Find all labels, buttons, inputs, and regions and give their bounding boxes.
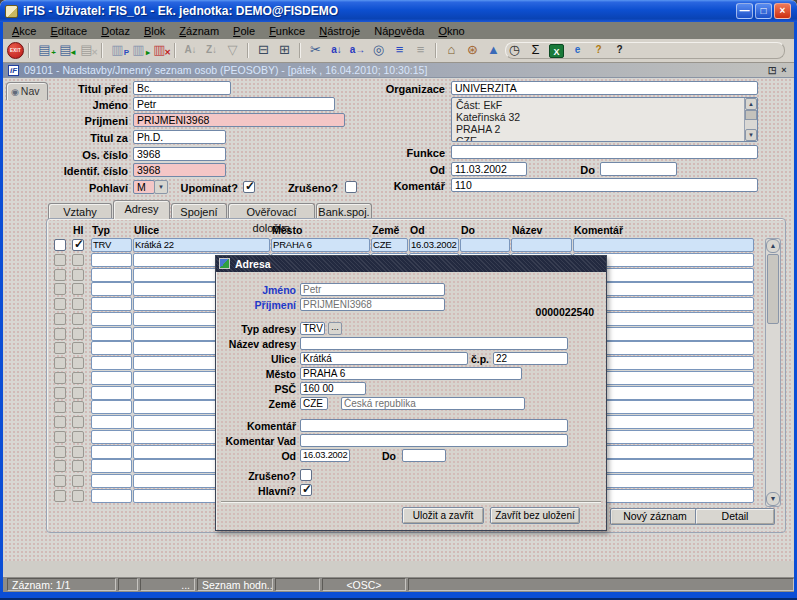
- os-cislo-field[interactable]: 3968: [133, 147, 226, 161]
- editor-icon[interactable]: ◎: [369, 42, 388, 59]
- table-scroll-up-button[interactable]: ▲: [766, 239, 780, 253]
- tab-spojeni[interactable]: Spojení: [171, 203, 227, 219]
- close-without-save-button[interactable]: Zavřít bez uložení: [490, 507, 580, 524]
- clear-block-icon[interactable]: ▥✕: [150, 42, 169, 59]
- sort-descending-icon: Z↓: [202, 42, 221, 59]
- cell-do[interactable]: [460, 238, 510, 252]
- funkce-label: Funkce: [325, 147, 445, 159]
- column-header-typ: Typ: [92, 224, 110, 236]
- titul-za-field[interactable]: Ph.D.: [133, 130, 226, 144]
- menu-akce[interactable]: Akce: [5, 24, 43, 38]
- cell-typ[interactable]: TRV: [91, 238, 132, 252]
- save-close-button[interactable]: Uložit a zavřít: [402, 507, 484, 524]
- next-block-icon[interactable]: ▥▸: [129, 42, 148, 59]
- dialog-zruseno-label: Zrušeno?: [216, 470, 296, 482]
- save-record-icon[interactable]: ▤◄: [56, 42, 75, 59]
- window-border-bottom: [0, 592, 797, 600]
- minimize-button[interactable]: —: [736, 3, 753, 19]
- column-header-hl: Hl: [73, 224, 84, 236]
- row-hl-checkbox[interactable]: [72, 239, 84, 251]
- mdi-restore-button[interactable]: ◳: [766, 64, 778, 76]
- tab-vztahy[interactable]: Vztahy: [48, 203, 112, 219]
- toolbar: EXIT▤+▤◄▤✕▥P▥▸▥✕A↓Z↓▽⊟⊞✂a↓a→◎≡≡⌂⊛▲◷ΣXe??: [3, 39, 794, 63]
- organization-address[interactable]: Část: EkFKateřinská 32PRAHA 2CZE ▲ ▼: [451, 97, 758, 142]
- prijmeni-field[interactable]: PRIJMENI3968: [133, 113, 345, 127]
- menu-pole[interactable]: Pole: [226, 24, 262, 38]
- copy-value-icon[interactable]: a↓: [327, 42, 346, 59]
- menu-blok[interactable]: Blok: [137, 24, 172, 38]
- row-select-checkbox: [54, 269, 66, 281]
- row-hl-checkbox: [72, 490, 84, 502]
- row-hl-checkbox: [72, 298, 84, 310]
- print-icon[interactable]: ⊟: [254, 42, 273, 59]
- cell-od[interactable]: 16.03.2002: [409, 238, 459, 252]
- titul-za-label: Titul za: [8, 132, 128, 144]
- novy-zaznam-button[interactable]: Nový záznam: [610, 508, 700, 525]
- menu-funkce[interactable]: Funkce: [262, 24, 312, 38]
- dialog-do-field[interactable]: [402, 449, 446, 462]
- address-scrollbar-thumb[interactable]: [745, 110, 757, 120]
- zeme-code-field[interactable]: CZE: [300, 397, 328, 410]
- mdi-close-button[interactable]: ×: [778, 64, 790, 76]
- table-scroll-down-button[interactable]: ▼: [766, 492, 780, 506]
- nazev-adresy-label: Název adresy: [216, 338, 296, 350]
- tab-overovaci-dolozka[interactable]: Ověřovací doložka: [228, 203, 315, 219]
- status-segment-2: ...: [140, 578, 195, 591]
- typ-adresy-lov-button[interactable]: ...: [328, 322, 342, 335]
- cell-ulice[interactable]: Krátká 22: [133, 238, 270, 252]
- titul-pred-field[interactable]: Bc.: [133, 81, 231, 95]
- menu-okno[interactable]: Okno: [431, 24, 471, 38]
- menu-editace[interactable]: Editace: [43, 24, 94, 38]
- dialog-mesto-field[interactable]: PRAHA 6: [300, 367, 522, 380]
- dialog-od-field[interactable]: 16.03.2002: [300, 449, 350, 462]
- menu-zaznam[interactable]: Záznam: [172, 24, 226, 38]
- cell-zeme[interactable]: CZE: [371, 238, 408, 252]
- do-label: Do: [475, 164, 595, 176]
- dialog-zruseno-checkbox[interactable]: [300, 469, 312, 481]
- previous-block-icon[interactable]: ▥P: [108, 42, 127, 59]
- mdi-title: 09101 - Nadstavby/Jmenný seznam osob (PE…: [24, 64, 427, 76]
- dialog-ulice-field[interactable]: Krátká: [300, 352, 468, 365]
- menu-dotaz[interactable]: Dotaz: [94, 24, 137, 38]
- komentar-field[interactable]: 110: [451, 178, 758, 192]
- dialog-titlebar[interactable]: Adresa: [216, 256, 606, 272]
- table-scrollbar-thumb[interactable]: [767, 254, 779, 324]
- wheel-icon[interactable]: ⊛: [463, 42, 482, 59]
- cell-mesto[interactable]: PRAHA 6: [271, 238, 370, 252]
- detail-button[interactable]: Detail: [695, 508, 775, 525]
- psc-field[interactable]: 160 00: [300, 382, 366, 395]
- cell-komentar[interactable]: [573, 238, 754, 252]
- menu-nastroje[interactable]: Nástroje: [312, 24, 367, 38]
- close-button[interactable]: ×: [774, 3, 791, 19]
- identif-cislo-field[interactable]: 3968: [133, 163, 226, 177]
- nazev-adresy-field[interactable]: [300, 337, 568, 350]
- address-scroll-up-button[interactable]: ▲: [745, 98, 757, 110]
- jmeno-field[interactable]: Petr: [133, 97, 335, 111]
- status-segment-3: Seznam hodn...: [197, 578, 273, 591]
- maximize-button[interactable]: □: [755, 3, 772, 19]
- address-scroll-down-button[interactable]: ▼: [745, 129, 757, 141]
- exit-icon[interactable]: EXIT: [7, 42, 24, 59]
- do-field[interactable]: [600, 162, 677, 176]
- dialog-komentar-field[interactable]: [300, 419, 568, 432]
- cell-nazev[interactable]: [511, 238, 572, 252]
- organizace-field[interactable]: UNIVERZITA: [451, 81, 758, 95]
- row-select-checkbox: [54, 313, 66, 325]
- list-of-values-icon[interactable]: ≡: [390, 42, 409, 59]
- tab-adresy[interactable]: Adresy: [113, 200, 170, 219]
- hlavni-checkbox[interactable]: [300, 484, 312, 496]
- print-preview-icon[interactable]: ⊞: [275, 42, 294, 59]
- funkce-field[interactable]: [451, 145, 758, 159]
- komentar-vad-field[interactable]: [300, 434, 568, 447]
- dialog-od-label: Od: [216, 450, 296, 462]
- row-select-checkbox[interactable]: [54, 239, 66, 251]
- mountain-icon[interactable]: ▲: [484, 42, 503, 59]
- tab-bank-spoj[interactable]: Bank.spoj.: [316, 203, 372, 219]
- cp-field[interactable]: 22: [493, 352, 568, 365]
- cut-icon[interactable]: ✂: [306, 42, 325, 59]
- typ-adresy-field[interactable]: TRV: [300, 322, 325, 335]
- paste-value-icon[interactable]: a→: [348, 42, 367, 59]
- menu-napoveda[interactable]: Nápověda: [367, 24, 431, 38]
- navigator-icon[interactable]: ⌂: [442, 42, 461, 59]
- insert-record-icon[interactable]: ▤+: [35, 42, 54, 59]
